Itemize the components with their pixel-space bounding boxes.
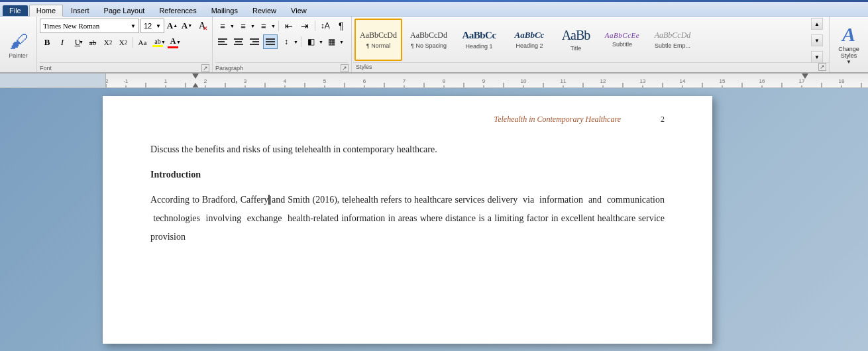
svg-text:12: 12 <box>600 78 606 84</box>
borders-btn-group: ▦ ▼ <box>325 34 344 49</box>
font-group-expand-icon[interactable]: ↗ <box>201 64 209 72</box>
borders-button[interactable]: ▦ <box>325 34 339 49</box>
tab-references[interactable]: References <box>152 5 203 16</box>
svg-rect-7 <box>252 41 259 42</box>
size-dropdown-arrow-icon: ▼ <box>156 23 161 29</box>
ribbon-tabs-bar: File Home Insert Page Layout References … <box>0 2 868 17</box>
shading-btn-group: ◧ ▼ <box>304 34 323 49</box>
heading2-label: Heading 2 <box>515 42 543 49</box>
svg-rect-8 <box>250 44 259 45</box>
align-center-button[interactable] <box>231 34 246 49</box>
superscript-button[interactable]: X2 <box>116 35 131 50</box>
decrease-indent-button[interactable]: ⇤ <box>282 19 296 33</box>
tab-mailings[interactable]: Mailings <box>205 5 244 16</box>
svg-rect-0 <box>218 38 227 40</box>
style-title-item[interactable]: AaBb Title <box>556 19 596 61</box>
justify-button[interactable] <box>263 34 278 49</box>
align-left-button[interactable] <box>215 34 230 49</box>
change-styles-group[interactable]: A ChangeStyles ▼ <box>830 17 868 72</box>
styles-content: AaBbCcDd ¶ Normal AaBbCcDd ¶ No Spacing … <box>353 17 829 62</box>
svg-rect-4 <box>235 41 242 42</box>
svg-rect-1 <box>218 41 225 42</box>
line-spacing-button[interactable]: ↕ <box>279 34 294 49</box>
style-normal-item[interactable]: AaBbCcDd ¶ Normal <box>354 19 402 61</box>
paragraph-2: According to Bradford, Caffery|and Smith… <box>150 191 665 246</box>
style-subtitle-item[interactable]: AaBbCcEe Subtitle <box>598 19 646 61</box>
svg-rect-2 <box>218 44 227 45</box>
style-nospacing-item[interactable]: AaBbCcDd ¶ No Spacing <box>405 19 453 61</box>
subtitle-preview: AaBbCcEe <box>605 31 639 39</box>
change-case-button[interactable]: Aa <box>135 35 150 50</box>
font-shrink-button[interactable]: A▼ <box>180 19 193 33</box>
increase-indent-button[interactable]: ⇥ <box>298 19 312 33</box>
strikethrough-button[interactable]: ab <box>85 35 100 50</box>
bullets-button[interactable]: ≡ <box>215 19 230 33</box>
font-size-dropdown[interactable]: 12 ▼ <box>140 19 164 33</box>
svg-text:9: 9 <box>482 78 486 84</box>
svg-marker-12 <box>192 74 199 79</box>
page-body[interactable]: Discuss the benefits and risks of using … <box>150 140 665 246</box>
svg-text:4: 4 <box>284 78 287 84</box>
style-heading1-item[interactable]: AaBbCc Heading 1 <box>455 19 503 61</box>
multilevel-btn-group: ≡ ▼ <box>256 19 276 33</box>
styles-more-button[interactable]: ▼ <box>811 51 823 63</box>
multilevel-button[interactable]: ≡ <box>256 19 271 33</box>
show-marks-button[interactable]: ¶ <box>334 19 349 33</box>
styles-group: AaBbCcDd ¶ Normal AaBbCcDd ¶ No Spacing … <box>352 17 830 72</box>
sort-button[interactable]: ↕A <box>318 19 333 33</box>
clear-format-button[interactable]: A✕ <box>195 19 209 33</box>
font-name-dropdown[interactable]: Times New Roman ▼ <box>40 19 139 33</box>
para-row2: ↕ ▼ ◧ ▼ ▦ ▼ <box>215 34 349 49</box>
styles-group-expand-icon[interactable]: ↗ <box>818 63 826 71</box>
page-number: 2 <box>661 115 665 125</box>
para-group-expand-icon[interactable]: ↗ <box>341 64 349 72</box>
svg-text:13: 13 <box>640 78 646 84</box>
tab-view[interactable]: View <box>284 5 313 16</box>
heading1-preview: AaBbCc <box>462 30 496 41</box>
tab-insert[interactable]: Insert <box>64 5 96 16</box>
ribbon-content: 🖌 Painter Times New Roman ▼ 12 ▼ A▲ A▼ A… <box>0 17 868 74</box>
subtitle-label: Subtitle <box>612 41 632 48</box>
shading-button[interactable]: ◧ <box>304 34 319 49</box>
bold-button[interactable]: B <box>40 35 54 50</box>
font-group-label: Font ↗ <box>40 62 209 72</box>
style-subtle-item[interactable]: AaBbCcDd Subtle Emp... <box>649 19 696 61</box>
numbering-btn-group: ≡ ▼ <box>236 19 255 33</box>
svg-marker-13 <box>192 83 199 88</box>
normal-label: ¶ Normal <box>366 42 390 49</box>
styles-scroll-buttons: ▲ ▼ ▼ <box>811 18 823 63</box>
underline-button[interactable]: U ▼ <box>70 35 85 50</box>
styles-scroll-up-button[interactable]: ▲ <box>811 18 823 30</box>
svg-text:5: 5 <box>323 78 327 84</box>
svg-rect-6 <box>250 38 259 40</box>
svg-text:1: 1 <box>164 78 168 84</box>
svg-text:14: 14 <box>680 78 686 84</box>
heading1-label: Heading 1 <box>465 43 492 50</box>
title-preview: AaBb <box>562 28 590 43</box>
tab-review[interactable]: Review <box>246 5 283 16</box>
dropdown-arrow-icon: ▼ <box>131 23 136 29</box>
svg-rect-11 <box>266 44 275 45</box>
painter-icon[interactable]: 🖌 <box>9 30 28 52</box>
numbering-button[interactable]: ≡ <box>236 19 250 33</box>
font-grow-button[interactable]: A▲ <box>166 19 179 33</box>
svg-text:7: 7 <box>403 78 406 84</box>
style-heading2-item[interactable]: AaBbCc Heading 2 <box>506 19 553 61</box>
align-right-button[interactable] <box>247 34 262 49</box>
subtle-label: Subtle Emp... <box>655 42 690 49</box>
tab-file[interactable]: File <box>3 5 28 16</box>
svg-text:18: 18 <box>839 78 845 84</box>
page-header: Telehealth in Contemporary Healthcare 2 <box>150 115 665 125</box>
tab-page-layout[interactable]: Page Layout <box>97 5 152 16</box>
tab-home[interactable]: Home <box>29 5 63 17</box>
italic-button[interactable]: I <box>55 35 70 50</box>
bullets-btn-group: ≡ ▼ <box>215 19 235 33</box>
subscript-button[interactable]: X2 <box>101 35 115 50</box>
svg-text:17: 17 <box>799 78 805 84</box>
svg-text:10: 10 <box>521 78 527 84</box>
svg-text:3: 3 <box>244 78 247 84</box>
svg-text:11: 11 <box>561 78 567 84</box>
styles-scroll-down-button[interactable]: ▼ <box>811 34 823 46</box>
nospacing-label: ¶ No Spacing <box>411 42 447 49</box>
font-group: Times New Roman ▼ 12 ▼ A▲ A▼ A✕ B I U ▼ … <box>37 17 213 72</box>
